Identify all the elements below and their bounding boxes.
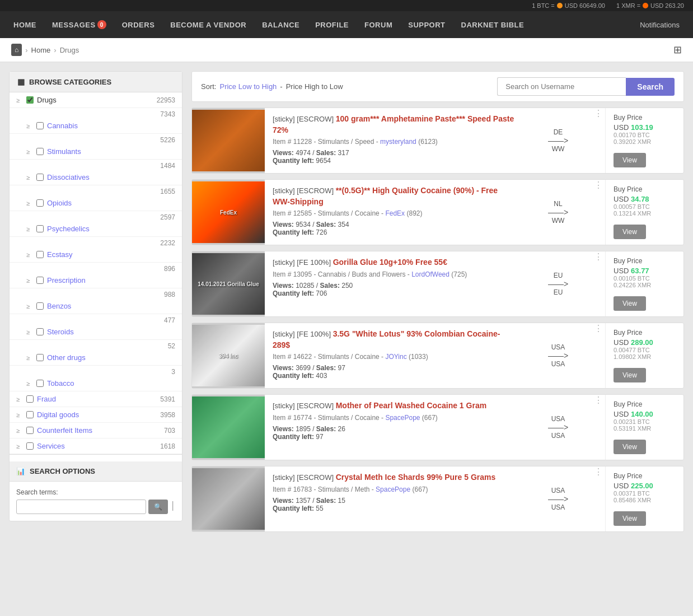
view-button[interactable]: View [614, 368, 646, 382]
vendor-link[interactable]: SpacePope [385, 414, 420, 422]
tobacco-link[interactable]: Tobacco [47, 379, 175, 388]
view-button[interactable]: View [614, 153, 646, 167]
more-options-icon[interactable]: ⋮ [592, 466, 605, 531]
nav-become-vendor[interactable]: BECOME A VENDOR [162, 11, 254, 38]
listing-img-placeholder [192, 110, 265, 171]
nav-profile[interactable]: PROFILE [307, 11, 357, 38]
cannabis-count-above: 7343 [10, 108, 182, 118]
benzos-link[interactable]: Benzos [47, 302, 175, 310]
buy-price-label: Buy Price [614, 329, 642, 337]
prescription-link[interactable]: Prescription [47, 276, 175, 284]
sidebar-item-prescription[interactable]: ≥ Prescription [10, 273, 182, 288]
listing-title-link[interactable]: Mother of Pearl Washed Cocaine 1 Gram [336, 401, 486, 410]
drugs-checkbox[interactable] [26, 96, 34, 104]
ecstasy-checkbox[interactable] [36, 251, 44, 258]
nav-forum[interactable]: FORUM [357, 11, 400, 38]
nav-home[interactable]: HOME [6, 11, 44, 38]
search-username-button[interactable]: Search [626, 78, 675, 96]
view-button[interactable]: View [614, 440, 646, 454]
nav-support[interactable]: SUPPORT [400, 11, 453, 38]
nav-darknet-bible[interactable]: DARKNET BIBLE [453, 11, 532, 38]
other-drugs-link[interactable]: Other drugs [47, 353, 175, 362]
opioids-link[interactable]: Opioids [47, 199, 175, 207]
dissociatives-checkbox[interactable] [36, 174, 44, 181]
listing-title-link[interactable]: Crystal Meth Ice Shards 99% Pure 5 Grams [336, 473, 496, 482]
sitemap-icon[interactable]: ⊞ [673, 44, 682, 56]
stimulants-checkbox[interactable] [36, 148, 44, 155]
tobacco-count-above: 3 [10, 366, 182, 376]
search-terms-input[interactable] [16, 500, 146, 514]
nav-orders[interactable]: ORDERS [114, 11, 163, 38]
benzos-checkbox[interactable] [36, 302, 44, 310]
services-link[interactable]: Services [37, 442, 160, 450]
sidebar-item-psychedelics[interactable]: ≥ Psychedelics [10, 221, 182, 237]
counterfeit-checkbox[interactable] [26, 427, 34, 434]
sidebar-item-opioids[interactable]: ≥ Opioids [10, 195, 182, 211]
view-button[interactable]: View [614, 296, 646, 311]
notifications-link[interactable]: Notifications [632, 21, 687, 29]
tobacco-checkbox[interactable] [36, 380, 44, 387]
opioids-checkbox[interactable] [36, 199, 44, 207]
listing-img-text [226, 138, 231, 143]
search-username-input[interactable] [497, 77, 626, 96]
sidebar-item-services[interactable]: ≥ Services 1618 [10, 438, 182, 454]
sidebar-item-drugs[interactable]: ≥ Drugs 22953 [10, 92, 182, 108]
sidebar-item-ecstasy[interactable]: ≥ Ecstasy [10, 247, 182, 263]
ecstasy-link[interactable]: Ecstasy [47, 250, 175, 259]
search-terms-button[interactable]: 🔍 [148, 500, 168, 514]
counterfeit-link[interactable]: Counterfeit Items [37, 426, 164, 435]
fraud-checkbox[interactable] [26, 395, 34, 403]
more-options-icon[interactable]: ⋮ [592, 180, 605, 245]
breadcrumb-home[interactable]: Home [31, 46, 51, 54]
listing-title-link[interactable]: Gorilla Glue 10g+10% Free 55€ [333, 258, 447, 267]
view-button[interactable]: View [614, 511, 646, 526]
more-options-icon[interactable]: ⋮ [592, 395, 605, 460]
fraud-link[interactable]: Fraud [37, 395, 160, 403]
psychedelics-link[interactable]: Psychedelics [47, 225, 175, 233]
price-xmr: 0.24226 XMR [614, 282, 651, 288]
home-icon[interactable]: ⌂ [11, 44, 22, 56]
ship-to: USA [551, 432, 565, 440]
vendor-link[interactable]: LordOfWeed [411, 270, 449, 278]
more-options-icon[interactable]: ⋮ [592, 251, 605, 316]
more-options-icon[interactable]: ⋮ [592, 323, 605, 388]
listing-body: [sticky] [FE 100%] 3.5G "White Lotus" 93… [265, 323, 525, 388]
more-options-icon[interactable]: ⋮ [592, 108, 605, 173]
services-checkbox[interactable] [26, 442, 34, 450]
sidebar-item-tobacco[interactable]: ≥ Tobacco [10, 376, 182, 391]
sidebar-item-stimulants[interactable]: ≥ Stimulants [10, 144, 182, 160]
ship-from: EU [554, 272, 563, 279]
sidebar-item-cannabis[interactable]: ≥ Cannabis [10, 118, 182, 134]
dissociatives-link[interactable]: Dissociatives [47, 173, 175, 181]
vendor-link[interactable]: SpacePope [376, 486, 410, 493]
sidebar-item-fraud[interactable]: ≥ Fraud 5391 [10, 391, 182, 407]
digital-goods-link[interactable]: Digital goods [37, 410, 160, 419]
sidebar-item-steroids[interactable]: ≥ Steroids [10, 324, 182, 340]
sidebar-item-other-drugs[interactable]: ≥ Other drugs [10, 350, 182, 366]
sidebar-item-counterfeit[interactable]: ≥ Counterfeit Items 703 [10, 423, 182, 438]
prescription-checkbox[interactable] [36, 277, 44, 284]
shipping-arrow-icon: ——> [548, 136, 568, 145]
stimulants-link[interactable]: Stimulants [47, 147, 175, 156]
nav-messages[interactable]: MESSAGES 0 [44, 11, 114, 38]
steroids-link[interactable]: Steroids [47, 328, 175, 336]
sort-low-high-link[interactable]: Price Low to High [219, 82, 277, 91]
steroids-checkbox[interactable] [36, 328, 44, 335]
ship-to: WW [552, 145, 565, 153]
psychedelics-checkbox[interactable] [36, 225, 44, 232]
listing-body: [sticky] [ESCROW] **(0.5G)** High Qualit… [265, 180, 525, 245]
vendor-link[interactable]: JOYinc [385, 353, 406, 361]
cannabis-link[interactable]: Cannabis [47, 122, 175, 130]
vendor-link[interactable]: mysteryland [380, 138, 416, 146]
sidebar-item-benzos[interactable]: ≥ Benzos [10, 298, 182, 314]
nav-balance[interactable]: BALANCE [254, 11, 307, 38]
view-button[interactable]: View [614, 225, 646, 239]
vendor-link[interactable]: FedEx [385, 209, 405, 217]
drugs-link[interactable]: Drugs [37, 96, 157, 104]
other-drugs-checkbox[interactable] [36, 354, 44, 361]
sidebar-item-dissociatives[interactable]: ≥ Dissociatives [10, 170, 182, 185]
sidebar-item-digital-goods[interactable]: ≥ Digital goods 3958 [10, 407, 182, 423]
cannabis-checkbox[interactable] [36, 122, 44, 129]
digital-goods-checkbox[interactable] [26, 411, 34, 418]
listing-price-area: Buy Price USD 140.00 0.00231 BTC 0.53191… [605, 395, 683, 460]
